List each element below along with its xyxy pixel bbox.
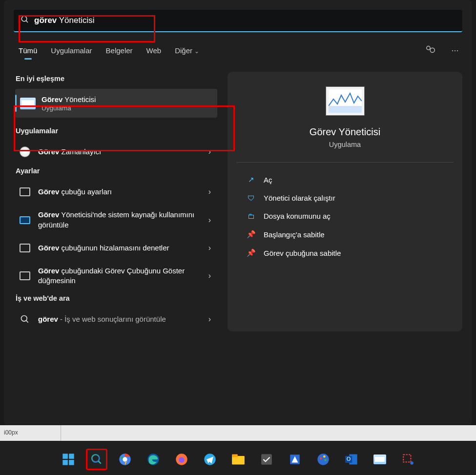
shield-icon: 🛡 xyxy=(246,194,256,202)
settings-rect-icon xyxy=(20,244,30,252)
clock-icon xyxy=(20,146,30,157)
result-taskbar-alignment[interactable]: Görev çubuğunun hizalamasını denetler › xyxy=(14,236,219,260)
svg-point-26 xyxy=(324,459,327,461)
open-icon: ↗ xyxy=(246,175,256,184)
svg-point-23 xyxy=(317,454,329,465)
desktop-text: i00px xyxy=(4,429,18,436)
svg-point-0 xyxy=(21,16,27,21)
svg-rect-8 xyxy=(69,454,74,459)
action-pin-taskbar[interactable]: 📌 Görev çubuğuna sabitle xyxy=(243,244,454,262)
tab-more[interactable]: Diğer⌄ xyxy=(175,46,199,55)
taskbar-telegram[interactable] xyxy=(199,449,221,470)
search-bar[interactable]: görev Yöneticisi xyxy=(14,10,462,32)
svg-point-24 xyxy=(320,457,322,459)
result-taskbar-show-button[interactable]: Görev çubuğundaki Görev Çubuğunu Göster … xyxy=(14,260,219,292)
result-task-scheduler[interactable]: Görev Zamanlayıcı › xyxy=(14,140,219,164)
group-apps: Uygulamalar xyxy=(14,124,219,140)
svg-line-5 xyxy=(26,321,28,323)
taskbar-search-button[interactable] xyxy=(86,449,107,470)
best-match-subtitle: Uygulama xyxy=(41,104,96,112)
search-input[interactable]: görev Yöneticisi xyxy=(29,16,455,25)
chevron-right-icon[interactable]: › xyxy=(206,187,214,196)
taskbar-snip[interactable] xyxy=(397,449,419,470)
start-button[interactable] xyxy=(58,449,79,470)
preview-subtitle: Uygulama xyxy=(236,141,454,148)
chevron-right-icon[interactable]: › xyxy=(206,271,214,280)
action-run-admin[interactable]: 🛡 Yönetici olarak çalıştır xyxy=(243,189,454,207)
svg-point-11 xyxy=(92,454,99,462)
results-column: En iyi eşleşme Görev Yöneticisi Uygulama… xyxy=(14,72,219,331)
search-query-rest: Yöneticisi xyxy=(57,16,94,25)
folder-icon: 🗀 xyxy=(246,212,256,220)
best-match-item[interactable]: Görev Yöneticisi Uygulama xyxy=(15,89,217,118)
desktop-background: i00px xyxy=(0,425,476,441)
svg-rect-7 xyxy=(62,454,67,459)
divider xyxy=(236,162,454,163)
svg-point-14 xyxy=(123,457,127,461)
search-icon xyxy=(19,313,31,326)
svg-rect-20 xyxy=(232,454,238,457)
tab-all[interactable]: Tümü xyxy=(19,46,37,55)
svg-rect-9 xyxy=(62,460,67,465)
search-query-bold: görev xyxy=(34,16,57,25)
svg-rect-10 xyxy=(69,460,74,465)
group-settings: Ayarlar xyxy=(14,164,219,180)
svg-point-17 xyxy=(179,457,185,463)
action-pin-start[interactable]: 📌 Başlangıç'a sabitle xyxy=(243,225,454,244)
chevron-right-icon[interactable]: › xyxy=(206,244,214,252)
action-open[interactable]: ↗ Aç xyxy=(243,170,454,189)
svg-point-31 xyxy=(410,461,414,465)
preview-pane: Görev Yöneticisi Uygulama ↗ Aç 🛡 Yönetic… xyxy=(228,72,462,331)
taskbar-chrome[interactable] xyxy=(114,449,136,470)
svg-line-12 xyxy=(98,461,101,463)
taskbar-explorer[interactable] xyxy=(228,449,249,470)
preview-title: Görev Yöneticisi xyxy=(236,126,454,138)
pin-icon: 📌 xyxy=(246,230,256,239)
monitor-icon xyxy=(20,216,30,224)
svg-rect-21 xyxy=(261,454,272,465)
result-taskbar-settings[interactable]: Görev çubuğu ayarları › xyxy=(14,180,219,204)
taskbar-edge[interactable] xyxy=(143,449,164,470)
taskbar: O xyxy=(0,441,476,475)
tab-documents[interactable]: Belgeler xyxy=(106,46,133,55)
action-open-location[interactable]: 🗀 Dosya konumunu aç xyxy=(243,207,454,225)
pin-icon: 📌 xyxy=(246,248,256,257)
task-manager-icon xyxy=(20,98,36,109)
chevron-right-icon[interactable]: › xyxy=(206,147,214,156)
result-system-resource[interactable]: Görev Yöneticisi'nde sistem kaynağı kull… xyxy=(14,204,219,236)
more-options-icon[interactable]: ··· xyxy=(448,45,462,56)
taskbar-task-manager[interactable] xyxy=(369,449,391,470)
tab-apps[interactable]: Uygulamalar xyxy=(51,46,92,55)
settings-rect-icon xyxy=(20,271,30,280)
chevron-down-icon: ⌄ xyxy=(194,48,199,55)
svg-rect-19 xyxy=(232,456,245,465)
svg-line-1 xyxy=(26,21,28,22)
taskbar-paint[interactable] xyxy=(312,449,334,470)
settings-rect-icon xyxy=(20,187,30,196)
group-best-match: En iyi eşleşme xyxy=(14,72,219,87)
group-work-web: İş ve web'de ara xyxy=(14,291,219,307)
filter-tabs: Tümü Uygulamalar Belgeler Web Diğer⌄ ··· xyxy=(14,44,462,57)
taskbar-app-blue[interactable] xyxy=(284,449,306,470)
tab-web[interactable]: Web xyxy=(146,46,162,55)
bing-chat-icon[interactable] xyxy=(423,44,438,57)
search-panel: görev Yöneticisi Tümü Uygulamalar Belgel… xyxy=(4,0,472,425)
result-search-web[interactable]: görev - İş ve web sonuçlarını görüntüle … xyxy=(14,307,219,331)
svg-text:O: O xyxy=(347,456,351,462)
svg-point-3 xyxy=(430,48,435,52)
svg-rect-30 xyxy=(403,454,411,462)
taskbar-app-generic[interactable] xyxy=(256,449,277,470)
svg-point-4 xyxy=(21,316,27,322)
chevron-right-icon[interactable]: › xyxy=(206,315,214,324)
search-icon xyxy=(21,15,29,26)
svg-rect-6 xyxy=(329,106,362,113)
preview-app-icon xyxy=(326,86,365,116)
svg-point-2 xyxy=(427,46,430,50)
svg-point-25 xyxy=(323,455,326,458)
taskbar-firefox[interactable] xyxy=(171,449,192,470)
chevron-right-icon[interactable]: › xyxy=(206,216,214,225)
taskbar-outlook[interactable]: O xyxy=(341,449,362,470)
